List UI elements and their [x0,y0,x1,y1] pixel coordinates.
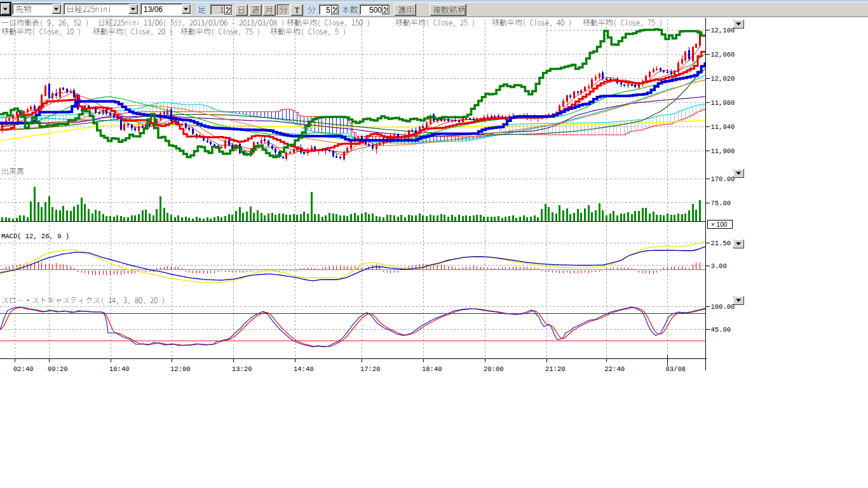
svg-text:3.00: 3.00 [711,262,727,270]
svg-text:14:40: 14:40 [294,365,314,373]
svg-text:11,900: 11,900 [711,147,735,155]
svg-text:13:20: 13:20 [232,365,252,373]
svg-text:T: T [295,6,300,15]
svg-text:13/06: 13/06 [144,5,163,14]
svg-text:12:00: 12:00 [170,365,191,373]
svg-text:1: 1 [220,6,224,15]
svg-text:18:40: 18:40 [422,365,442,373]
svg-text:09:20: 09:20 [48,365,68,373]
svg-text:MACD( 12, 26, 9 ): MACD( 12, 26, 9 ) [1,233,69,240]
svg-text:21:20: 21:20 [545,365,566,373]
svg-text:20:00: 20:00 [484,365,504,373]
svg-text:× 100: × 100 [711,221,728,228]
svg-text:170.00: 170.00 [711,175,735,183]
svg-text:12,020: 12,020 [711,75,735,83]
svg-text:21.50: 21.50 [711,240,731,247]
svg-text:11,980: 11,980 [711,99,735,107]
svg-text:100.00: 100.00 [711,303,735,311]
svg-text:500: 500 [369,6,382,15]
svg-text:02:40: 02:40 [13,365,34,373]
svg-text:22:40: 22:40 [605,365,625,373]
svg-text:5: 5 [326,6,330,15]
svg-text:12,100: 12,100 [711,27,735,34]
svg-text:75.00: 75.00 [711,200,731,207]
svg-text:17:20: 17:20 [360,365,381,373]
svg-text:12,060: 12,060 [711,51,735,58]
svg-text:45.00: 45.00 [711,326,731,334]
svg-text:11,940: 11,940 [711,123,735,131]
svg-text:03/08: 03/08 [666,365,686,373]
svg-text:10:40: 10:40 [109,365,130,373]
